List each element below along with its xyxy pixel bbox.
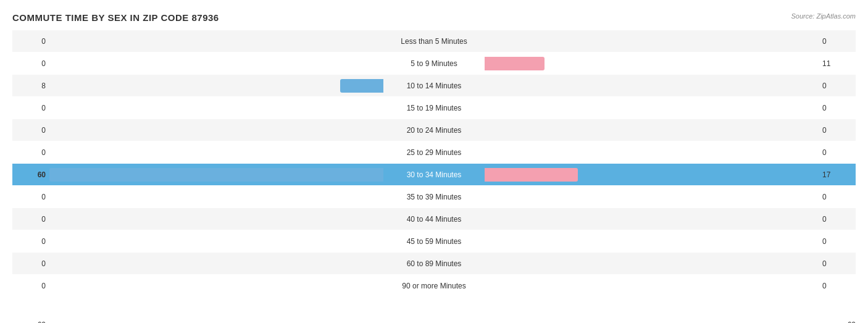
male-value: 0 [12, 37, 49, 46]
female-value: 17 [819, 170, 856, 179]
male-bar-container [49, 208, 385, 230]
bar-row: 060 to 89 Minutes0 [12, 253, 856, 274]
female-bar-container [483, 141, 819, 163]
bars-center: 5 to 9 Minutes [49, 52, 819, 74]
bar-row: 020 to 24 Minutes0 [12, 119, 856, 141]
female-bar-container [483, 186, 819, 208]
bar-row: 090 or more Minutes0 [12, 275, 856, 296]
female-bar [485, 168, 578, 182]
male-value: 8 [12, 82, 49, 90]
male-bar-container [49, 141, 385, 163]
bars-center: 30 to 34 Minutes [49, 164, 819, 185]
male-bar-container [49, 119, 385, 141]
male-bar-container [49, 75, 385, 96]
row-label: 15 to 19 Minutes [385, 104, 483, 112]
female-bar-container [483, 30, 819, 52]
row-label: 20 to 24 Minutes [385, 126, 483, 135]
female-value: 0 [819, 104, 856, 112]
female-value: 0 [819, 148, 856, 157]
male-value: 0 [12, 148, 49, 157]
male-bar-container [49, 52, 385, 74]
male-bar [49, 168, 383, 182]
male-bar [340, 79, 383, 93]
row-label: 90 or more Minutes [385, 282, 483, 290]
female-bar-container [483, 253, 819, 274]
female-value: 0 [819, 37, 856, 46]
female-value: 0 [819, 193, 856, 201]
row-label: 40 to 44 Minutes [385, 215, 483, 224]
row-label: 5 to 9 Minutes [385, 59, 483, 68]
female-value: 11 [819, 59, 856, 68]
chart-area: 0Less than 5 Minutes005 to 9 Minutes1181… [12, 30, 856, 316]
female-value: 0 [819, 126, 856, 135]
female-bar-container [483, 164, 819, 185]
row-label: 60 to 89 Minutes [385, 259, 483, 268]
bars-center: 15 to 19 Minutes [49, 97, 819, 119]
row-label: 25 to 29 Minutes [385, 148, 483, 157]
male-bar-container [49, 275, 385, 296]
bar-row: 035 to 39 Minutes0 [12, 186, 856, 208]
female-bar-container [483, 75, 819, 96]
row-label: 10 to 14 Minutes [385, 82, 483, 90]
female-value: 0 [819, 82, 856, 90]
axis-left-label: 60 [12, 321, 49, 323]
bars-center: 35 to 39 Minutes [49, 186, 819, 208]
female-bar-container [483, 230, 819, 252]
female-bar-container [483, 275, 819, 296]
bar-row: 05 to 9 Minutes11 [12, 52, 856, 74]
bar-row: 6030 to 34 Minutes17 [12, 164, 856, 185]
row-label: 45 to 59 Minutes [385, 237, 483, 246]
row-label: 35 to 39 Minutes [385, 193, 483, 201]
male-value: 0 [12, 193, 49, 201]
female-value: 0 [819, 237, 856, 246]
row-label: 30 to 34 Minutes [385, 170, 483, 179]
bars-center: 25 to 29 Minutes [49, 141, 819, 163]
male-value: 0 [12, 259, 49, 268]
bars-center: 90 or more Minutes [49, 275, 819, 296]
female-value: 0 [819, 259, 856, 268]
bars-center: 10 to 14 Minutes [49, 75, 819, 96]
bars-center: 45 to 59 Minutes [49, 230, 819, 252]
bar-row: 040 to 44 Minutes0 [12, 208, 856, 230]
bar-row: 810 to 14 Minutes0 [12, 75, 856, 96]
female-value: 0 [819, 215, 856, 224]
bar-row: 025 to 29 Minutes0 [12, 141, 856, 163]
bars-center: 60 to 89 Minutes [49, 253, 819, 274]
male-value: 60 [12, 170, 49, 179]
axis-right-label: 60 [844, 321, 856, 323]
male-value: 0 [12, 59, 49, 68]
female-bar-container [483, 97, 819, 119]
female-bar [485, 57, 545, 70]
male-bar-container [49, 186, 385, 208]
female-bar-container [483, 119, 819, 141]
male-value: 0 [12, 237, 49, 246]
female-bar-container [483, 208, 819, 230]
bars-center: 40 to 44 Minutes [49, 208, 819, 230]
male-bar-container [49, 30, 385, 52]
male-bar-container [49, 253, 385, 274]
male-value: 0 [12, 215, 49, 224]
female-bar-container [483, 52, 819, 74]
male-bar-container [49, 230, 385, 252]
male-value: 0 [12, 126, 49, 135]
row-label: Less than 5 Minutes [385, 37, 483, 46]
male-value: 0 [12, 104, 49, 112]
chart-title: COMMUTE TIME BY SEX IN ZIP CODE 87936 [12, 12, 856, 23]
bars-center: Less than 5 Minutes [49, 30, 819, 52]
source-text: Source: ZipAtlas.com [791, 12, 856, 20]
bar-row: 015 to 19 Minutes0 [12, 97, 856, 119]
bar-row: 045 to 59 Minutes0 [12, 230, 856, 252]
male-bar-container [49, 164, 385, 185]
male-value: 0 [12, 282, 49, 290]
bar-row: 0Less than 5 Minutes0 [12, 30, 856, 52]
female-value: 0 [819, 282, 856, 290]
bars-center: 20 to 24 Minutes [49, 119, 819, 141]
chart-container: COMMUTE TIME BY SEX IN ZIP CODE 87936 So… [12, 12, 856, 323]
axis-row: 60 60 [12, 321, 856, 323]
male-bar-container [49, 97, 385, 119]
